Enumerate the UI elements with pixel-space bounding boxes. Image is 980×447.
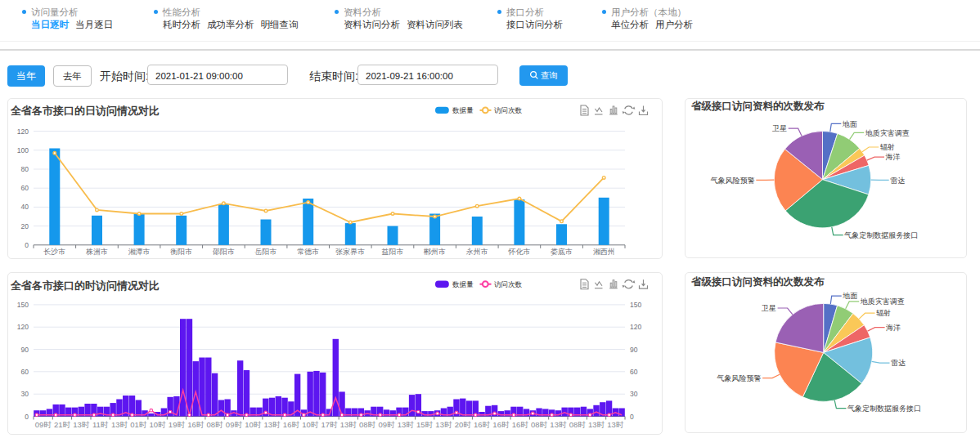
svg-text:雷达: 雷达 [891,359,906,367]
svg-text:气象定制数据服务接口: 气象定制数据服务接口 [847,405,921,413]
svg-text:16时: 16时 [474,420,491,429]
svg-text:13时: 13时 [550,420,567,429]
svg-text:气象风险预警: 气象风险预警 [710,177,755,185]
svg-text:株洲市: 株洲市 [86,248,108,256]
svg-text:13时: 13时 [607,420,624,429]
svg-text:11时: 11时 [92,420,109,429]
svg-text:30: 30 [630,390,638,398]
svg-text:150: 150 [17,301,29,309]
svg-text:30: 30 [21,390,29,398]
svg-text:访问次数: 访问次数 [494,280,523,288]
svg-text:13时: 13时 [263,420,281,429]
svg-text:益阳市: 益阳市 [382,248,404,256]
svg-text:娄底市: 娄底市 [551,248,573,256]
svg-text:20时: 20时 [455,420,472,429]
svg-text:09时: 09时 [35,420,52,429]
svg-text:雷达: 雷达 [890,177,905,185]
svg-text:海洋: 海洋 [886,324,901,332]
svg-text:10时: 10时 [245,420,262,429]
svg-text:地质灾害调查: 地质灾害调查 [865,129,910,137]
svg-text:15时: 15时 [416,420,434,429]
svg-text:卫星: 卫星 [771,124,787,132]
svg-text:60: 60 [21,184,29,192]
svg-text:19时: 19时 [169,420,186,429]
svg-text:岳阳市: 岳阳市 [255,248,277,256]
svg-text:永州市: 永州市 [466,248,488,256]
svg-text:气象定制数据服务接口: 气象定制数据服务接口 [843,231,918,239]
svg-text:120: 120 [630,323,641,331]
svg-text:09时: 09时 [378,420,395,429]
svg-text:13时: 13时 [340,420,357,429]
svg-text:08时: 08时 [531,420,548,429]
svg-text:地面: 地面 [842,120,857,128]
svg-text:长沙市: 长沙市 [43,248,65,256]
svg-text:地质灾害调查: 地质灾害调查 [860,297,905,306]
svg-text:20: 20 [21,222,29,230]
svg-text:10时: 10时 [302,420,319,429]
svg-text:150: 150 [630,301,641,309]
svg-text:衡阳市: 衡阳市 [170,248,192,256]
svg-text:10时: 10时 [150,420,167,429]
svg-text:地面: 地面 [842,292,857,300]
svg-text:01时: 01时 [130,420,147,429]
svg-text:数据量: 数据量 [452,106,474,114]
svg-text:09时: 09时 [226,420,243,429]
svg-text:郴州市: 郴州市 [423,248,446,256]
svg-text:13时: 13时 [398,420,415,429]
svg-text:16时: 16时 [492,420,510,429]
svg-text:张家界市: 张家界市 [335,248,365,256]
svg-text:60: 60 [630,368,638,376]
svg-text:0: 0 [25,241,29,249]
svg-text:16时: 16时 [283,420,300,429]
svg-text:08时: 08时 [359,420,376,429]
svg-text:0: 0 [630,413,634,421]
svg-text:120: 120 [17,127,29,136]
svg-text:湘潭市: 湘潭市 [128,248,151,256]
svg-text:邵阳市: 邵阳市 [213,248,235,256]
svg-text:60: 60 [21,368,29,376]
svg-text:16时: 16时 [512,420,529,429]
svg-text:100: 100 [17,146,29,154]
svg-text:怀化市: 怀化市 [507,248,530,256]
svg-text:海洋: 海洋 [886,153,901,161]
svg-text:17时: 17时 [321,420,338,429]
svg-text:08时: 08时 [207,420,224,429]
svg-text:辐射: 辐射 [876,309,891,317]
svg-text:辐射: 辐射 [880,143,895,151]
svg-text:120: 120 [17,323,29,331]
svg-text:90: 90 [21,346,29,354]
svg-text:0: 0 [25,413,29,421]
svg-text:卫星: 卫星 [761,304,776,312]
svg-text:08时: 08时 [569,420,587,429]
svg-text:13时: 13时 [588,420,605,429]
svg-text:湘西州: 湘西州 [593,248,615,256]
svg-text:13时: 13时 [73,420,90,429]
svg-text:13时: 13时 [435,420,452,429]
svg-text:90: 90 [630,346,638,354]
svg-text:访问次数: 访问次数 [494,106,523,114]
svg-text:40: 40 [21,203,29,211]
svg-text:数据量: 数据量 [452,280,474,288]
svg-text:21时: 21时 [54,420,71,429]
svg-text:80: 80 [21,165,29,173]
svg-text:常德市: 常德市 [297,248,319,256]
svg-text:气象风险预警: 气象风险预警 [717,374,762,382]
svg-text:13时: 13时 [111,420,128,429]
svg-text:16时: 16时 [187,420,205,429]
